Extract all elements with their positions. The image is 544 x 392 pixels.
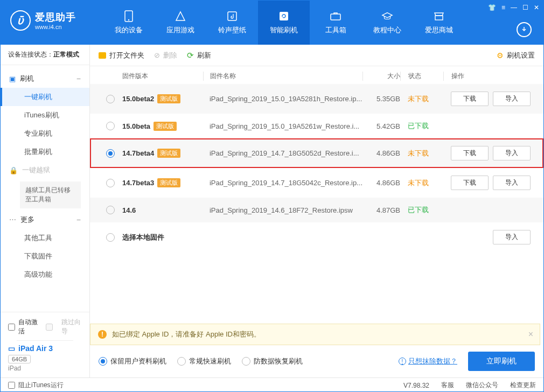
firmware-version: 15.0beta测试版 [122,122,203,131]
delete-button: ⊘ 删除 [154,51,177,60]
svg-rect-4 [331,14,340,20]
firmware-size: 5.42GB [362,122,400,130]
flash-settings-button[interactable]: ⚙ 刷机设置 [497,51,535,60]
info-icon: ! [399,358,406,365]
flash-now-button[interactable]: 立即刷机 [468,352,535,371]
maximize-icon[interactable]: ☐ [522,4,528,11]
firmware-status: 已下载 [400,205,443,215]
col-size: 大小 [362,72,400,81]
warning-icon: ! [98,330,107,339]
import-button[interactable]: 导入 [493,92,531,106]
customer-service-link[interactable]: 客服 [441,381,454,390]
row-radio[interactable] [106,206,115,214]
apple-id-notice: ! 如已绑定 Apple ID，请准备好 Apple ID和密码。 × [90,324,540,345]
refresh-icon [278,10,290,22]
table-header: 固件版本 固件名称 大小 状态 操作 [90,66,543,84]
sidebar-item-oneclick[interactable]: 一键刷机 [1,88,89,106]
device-icon: ▭ [8,344,15,353]
sidebar-section-more[interactable]: ⋯ 更多 − [1,211,89,229]
window-controls: 👕 ≡ — ☐ ✕ [488,4,539,11]
nav-tutorials[interactable]: 教程中心 [361,1,413,45]
graduation-icon [381,10,393,22]
music-icon [226,10,238,22]
auto-activate-label: 自动激活 [18,318,38,336]
more-icon: ⋯ [9,215,16,223]
brand-name: 爱思助手 [35,11,76,24]
svg-rect-3 [280,12,288,20]
option-normal[interactable]: 常规快速刷机 [177,356,231,366]
row-radio[interactable] [106,233,115,242]
firmware-name: iPad_Spring_2019_15.0_19A5281h_Restore.i… [203,95,362,103]
firmware-size: 4.87GB [362,206,400,214]
skin-icon[interactable]: 👕 [488,4,496,11]
table-row[interactable]: 14.6iPad_Spring_2019_14.6_18F72_Restore.… [90,198,543,222]
menu-icon[interactable]: ≡ [501,4,505,11]
minimize-icon[interactable]: — [511,4,517,11]
nav-flash[interactable]: 智能刷机 [258,1,310,45]
col-ops: 操作 [443,72,535,81]
row-radio[interactable] [106,149,115,158]
svg-point-1 [128,19,129,20]
sidebar-item-itunes[interactable]: iTunes刷机 [1,106,89,124]
option-keep-data[interactable]: 保留用户资料刷机 [99,356,166,366]
table-row[interactable]: 14.7beta4测试版iPad_Spring_2019_14.7_18G505… [90,138,543,168]
radio-icon [177,357,186,366]
action-bar: 保留用户资料刷机 常规快速刷机 防数据恢复刷机 ! 只想抹除数据？ 立即刷机 [90,345,543,377]
firmware-status: 未下载 [400,94,443,104]
import-button[interactable]: 导入 [493,176,531,190]
nav-my-device[interactable]: 我的设备 [103,1,155,45]
firmware-status: 已下载 [400,121,443,131]
firmware-size: 5.35GB [362,95,400,103]
firmware-name: iPad_Spring_2019_14.6_18F72_Restore.ipsw [203,206,362,214]
nav-toolbox[interactable]: 工具箱 [310,1,361,45]
refresh-arrow-icon: ⟳ [187,51,194,60]
sidebar-item-batch[interactable]: 批量刷机 [1,143,89,161]
brand-site: www.i4.cn [35,24,76,30]
download-button[interactable]: 下载 [451,146,489,160]
radio-icon [242,357,250,366]
nav-ringtones[interactable]: 铃声壁纸 [206,1,258,45]
gear-icon: ⚙ [497,51,504,60]
notice-close-icon[interactable]: × [528,330,533,339]
firmware-name: iPad_Spring_2019_14.7_18G5042c_Restore.i… [203,179,362,187]
row-radio[interactable] [106,122,115,130]
erase-data-link[interactable]: ! 只想抹除数据？ [399,356,457,366]
block-itunes-checkbox[interactable]: 阻止iTunes运行 [8,381,64,390]
row-radio[interactable] [106,95,115,103]
collapse-icon[interactable]: − [76,74,81,83]
download-button[interactable]: 下载 [451,176,489,190]
firmware-status: 未下载 [400,178,443,188]
table-row-local[interactable]: 选择本地固件导入 [90,222,543,252]
collapse-icon[interactable]: − [76,215,81,224]
open-folder-button[interactable]: 打开文件夹 [99,51,144,60]
sidebar-item-othertools[interactable]: 其他工具 [1,229,89,247]
import-button[interactable]: 导入 [493,146,531,160]
close-icon[interactable]: ✕ [534,4,539,11]
firmware-version: 14.7beta4测试版 [122,149,203,158]
wechat-link[interactable]: 微信公众号 [466,381,498,390]
sidebar-section-flash[interactable]: ▣ 刷机 − [1,69,89,88]
table-row[interactable]: 15.0beta测试版iPad_Spring_2019_15.0_19A5261… [90,114,543,138]
app-header: ῡ 爱思助手 www.i4.cn 我的设备 应用游戏 铃声壁纸 智能刷机 工具箱 [1,1,543,45]
refresh-button[interactable]: ⟳ 刷新 [187,51,211,60]
row-radio[interactable] [106,179,115,187]
skip-guide-checkbox [46,324,53,331]
svg-rect-5 [435,16,443,20]
sidebar-item-downloadfw[interactable]: 下载固件 [1,247,89,265]
nav-store[interactable]: 爱思商城 [413,1,465,45]
check-update-link[interactable]: 检查更新 [510,381,536,390]
connection-status: 设备连接状态：正常模式 [1,45,89,65]
option-anti-loss[interactable]: 防数据恢复刷机 [242,356,303,366]
download-button[interactable]: 下载 [451,92,489,106]
device-type: iPad [8,365,82,372]
sidebar-item-pro[interactable]: 专业刷机 [1,124,89,143]
download-manager-icon[interactable] [517,22,532,37]
import-button[interactable]: 导入 [493,230,531,244]
sidebar-item-advanced[interactable]: 高级功能 [1,265,89,284]
auto-activate-checkbox[interactable] [8,324,15,331]
device-name[interactable]: ▭ iPad Air 3 [8,344,82,353]
table-row[interactable]: 14.7beta3测试版iPad_Spring_2019_14.7_18G504… [90,168,543,198]
nav-apps[interactable]: 应用游戏 [155,1,206,45]
table-row[interactable]: 15.0beta2测试版iPad_Spring_2019_15.0_19A528… [90,84,543,114]
firmware-version: 15.0beta2测试版 [122,94,203,103]
